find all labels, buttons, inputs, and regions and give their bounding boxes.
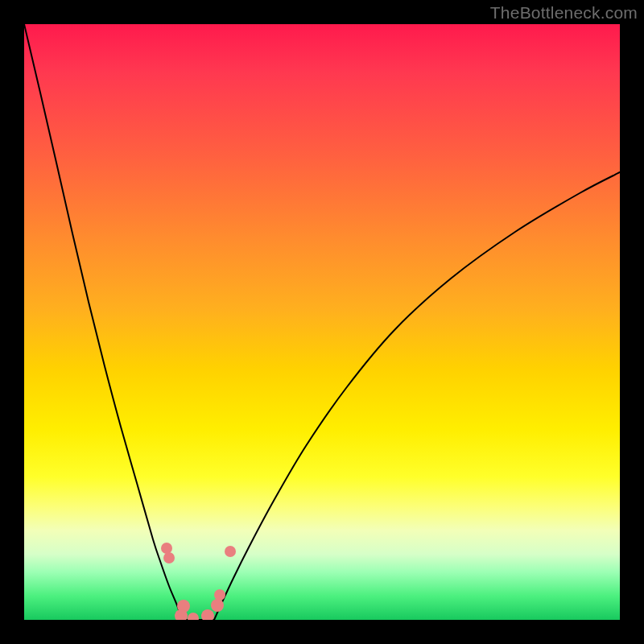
series-lines bbox=[24, 24, 620, 620]
chart-svg bbox=[24, 24, 620, 620]
curve-left-branch bbox=[24, 24, 182, 620]
data-marker bbox=[225, 546, 236, 557]
data-marker bbox=[214, 589, 225, 601]
data-marker bbox=[211, 599, 224, 612]
plot-area bbox=[24, 24, 620, 620]
data-marker bbox=[188, 613, 199, 620]
curve-right-branch bbox=[214, 172, 620, 620]
data-marker bbox=[201, 609, 214, 620]
watermark-text: TheBottleneck.com bbox=[490, 3, 638, 23]
data-marker bbox=[163, 552, 175, 564]
chart-frame: TheBottleneck.com bbox=[0, 0, 644, 644]
data-marker bbox=[161, 543, 172, 554]
series-markers bbox=[161, 543, 236, 620]
